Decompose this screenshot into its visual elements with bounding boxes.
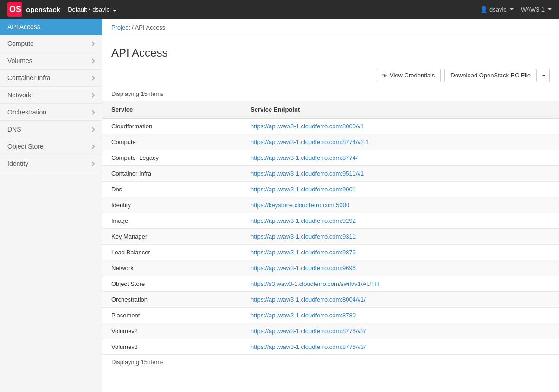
table-row: Computehttps://api.waw3-1.cloudferro.com… bbox=[102, 134, 559, 150]
page-title: API Access bbox=[111, 46, 550, 59]
table-cell-endpoint: https://api.waw3-1.cloudferro.com:9511/v… bbox=[241, 166, 559, 182]
chevron-right-icon bbox=[90, 161, 95, 166]
table-cell-endpoint: https://api.waw3-1.cloudferro.com:9876 bbox=[241, 245, 559, 260]
table-cell-service: Compute_Legacy bbox=[102, 150, 241, 166]
endpoint-link[interactable]: https://api.waw3-1.cloudferro.com:9311 bbox=[251, 233, 356, 240]
endpoint-link[interactable]: https://api.waw3-1.cloudferro.com:8774/v… bbox=[251, 139, 369, 145]
endpoint-link[interactable]: https://api.waw3-1.cloudferro.com:9001 bbox=[251, 186, 356, 193]
table-row: Compute_Legacyhttps://api.waw3-1.cloudfe… bbox=[102, 150, 559, 166]
navbar-user-label: dsavic bbox=[92, 6, 109, 13]
table-row: Container Infrahttps://api.waw3-1.cloudf… bbox=[102, 166, 559, 182]
navbar-user-menu[interactable]: 👤 dsavic bbox=[480, 6, 514, 13]
api-access-table: Service Service Endpoint Cloudformationh… bbox=[102, 101, 559, 355]
table-cell-service: Placement bbox=[102, 308, 241, 323]
endpoint-link[interactable]: https://s3.waw3-1.cloudferro.com/swift/v… bbox=[251, 280, 382, 287]
endpoint-link[interactable]: https://api.waw3-1.cloudferro.com:9292 bbox=[251, 217, 356, 224]
main-container: API Access Compute Volumes Container Inf… bbox=[0, 19, 559, 392]
table-cell-endpoint: https://api.waw3-1.cloudferro.com:9001 bbox=[241, 182, 559, 197]
chevron-right-icon bbox=[90, 110, 95, 114]
sidebar-item-identity[interactable]: Identity bbox=[0, 155, 102, 172]
sidebar-item-volumes[interactable]: Volumes bbox=[0, 52, 102, 70]
navbar-user-right-label: dsavic bbox=[489, 6, 507, 13]
chevron-right-icon bbox=[90, 144, 95, 149]
table-row: Volumev2https://api.waw3-1.cloudferro.co… bbox=[102, 323, 559, 339]
breadcrumb: Project / API Access bbox=[102, 19, 559, 37]
endpoint-link[interactable]: https://api.waw3-1.cloudferro.com:9876 bbox=[251, 249, 356, 256]
breadcrumb-current: API Access bbox=[135, 24, 166, 31]
table-cell-service: Volumev2 bbox=[102, 323, 241, 339]
table-cell-endpoint: https://api.waw3-1.cloudferro.com:8776/v… bbox=[241, 339, 559, 355]
table-row: Identityhttps://keystone.cloudferro.com:… bbox=[102, 197, 559, 213]
navbar-region-menu[interactable]: WAW3-1 bbox=[521, 6, 552, 13]
sidebar-item-network[interactable]: Network bbox=[0, 87, 102, 104]
table-cell-endpoint: https://keystone.cloudferro.com:5000 bbox=[241, 197, 559, 213]
table-row: Orchestrationhttps://api.waw3-1.cloudfer… bbox=[102, 292, 559, 308]
eye-icon: 👁 bbox=[382, 72, 387, 79]
table-row: Key Managerhttps://api.waw3-1.cloudferro… bbox=[102, 229, 559, 245]
table-cell-endpoint: https://api.waw3-1.cloudferro.com:8774/v… bbox=[241, 134, 559, 150]
table-row: Networkhttps://api.waw3-1.cloudferro.com… bbox=[102, 260, 559, 276]
navbar-dot: • bbox=[89, 6, 92, 13]
sidebar-item-api-access[interactable]: API Access bbox=[0, 19, 102, 35]
endpoint-link[interactable]: https://api.waw3-1.cloudferro.com:8774/ bbox=[251, 154, 358, 161]
view-credentials-button[interactable]: 👁 View Credentials bbox=[376, 69, 441, 82]
table-cell-service: Compute bbox=[102, 134, 241, 150]
endpoint-link[interactable]: https://api.waw3-1.cloudferro.com:8780 bbox=[251, 312, 356, 319]
chevron-right-icon bbox=[90, 76, 95, 80]
page-header: API Access bbox=[102, 37, 559, 64]
user-caret-icon bbox=[510, 8, 514, 10]
table-cell-service: Cloudformation bbox=[102, 118, 241, 134]
table-cell-endpoint: https://api.waw3-1.cloudferro.com:9311 bbox=[241, 229, 559, 245]
endpoint-link[interactable]: https://api.waw3-1.cloudferro.com:8004/v… bbox=[251, 296, 366, 303]
table-cell-service: Object Store bbox=[102, 276, 241, 292]
table-row: Placementhttps://api.waw3-1.cloudferro.c… bbox=[102, 308, 559, 323]
main-content: Project / API Access API Access 👁 View C… bbox=[102, 19, 559, 392]
table-cell-service: Image bbox=[102, 213, 241, 229]
table-cell-service: Volumev3 bbox=[102, 339, 241, 355]
endpoint-link[interactable]: https://api.waw3-1.cloudferro.com:8000/v… bbox=[251, 123, 364, 130]
table-row: Object Storehttps://s3.waw3-1.cloudferro… bbox=[102, 276, 559, 292]
region-caret-icon bbox=[548, 8, 552, 10]
endpoint-link[interactable]: https://api.waw3-1.cloudferro.com:8776/v… bbox=[251, 343, 366, 350]
table-cell-endpoint: https://api.waw3-1.cloudferro.com:8000/v… bbox=[241, 118, 559, 134]
sidebar: API Access Compute Volumes Container Inf… bbox=[0, 19, 102, 392]
table-row: Load Balancerhttps://api.waw3-1.cloudfer… bbox=[102, 245, 559, 260]
endpoint-link[interactable]: https://keystone.cloudferro.com:5000 bbox=[251, 202, 349, 209]
table-row: Cloudformationhttps://api.waw3-1.cloudfe… bbox=[102, 118, 559, 134]
navbar-right: 👤 dsavic WAW3-1 bbox=[480, 6, 552, 13]
table-cell-service: Identity bbox=[102, 197, 241, 213]
brand-name: openstack bbox=[26, 6, 60, 13]
download-caret-icon bbox=[542, 75, 546, 76]
table-cell-endpoint: https://api.waw3-1.cloudferro.com:8004/v… bbox=[241, 292, 559, 308]
chevron-right-icon bbox=[90, 127, 95, 132]
sidebar-item-container-infra[interactable]: Container Infra bbox=[0, 70, 102, 87]
top-navbar: OS openstack Default • dsavic 👤 dsavic W… bbox=[0, 0, 559, 19]
table-row: Imagehttps://api.waw3-1.cloudferro.com:9… bbox=[102, 213, 559, 229]
chevron-right-icon bbox=[90, 41, 95, 46]
table-row: Dnshttps://api.waw3-1.cloudferro.com:900… bbox=[102, 182, 559, 197]
download-rc-button[interactable]: Download OpenStack RC File bbox=[444, 69, 537, 82]
table-cell-service: Key Manager bbox=[102, 229, 241, 245]
navbar-project-info[interactable]: Default • dsavic bbox=[68, 6, 116, 13]
download-rc-dropdown-button[interactable] bbox=[537, 69, 550, 82]
sidebar-item-object-store[interactable]: Object Store bbox=[0, 138, 102, 155]
endpoint-link[interactable]: https://api.waw3-1.cloudferro.com:8776/v… bbox=[251, 328, 366, 335]
breadcrumb-separator: / bbox=[132, 24, 134, 31]
table-cell-endpoint: https://api.waw3-1.cloudferro.com:8776/v… bbox=[241, 323, 559, 339]
endpoint-link[interactable]: https://api.waw3-1.cloudferro.com:9511/v… bbox=[251, 170, 364, 177]
toolbar: 👁 View Credentials Download OpenStack RC… bbox=[102, 64, 559, 87]
table-row: Volumev3https://api.waw3-1.cloudferro.co… bbox=[102, 339, 559, 355]
navbar-brand[interactable]: OS openstack bbox=[7, 2, 60, 17]
sidebar-item-dns[interactable]: DNS bbox=[0, 121, 102, 138]
breadcrumb-parent-link[interactable]: Project bbox=[111, 24, 130, 31]
chevron-right-icon bbox=[90, 93, 95, 97]
navbar-left: OS openstack Default • dsavic bbox=[7, 2, 116, 17]
endpoint-link[interactable]: https://api.waw3-1.cloudferro.com:9696 bbox=[251, 265, 356, 272]
table-cell-endpoint: https://s3.waw3-1.cloudferro.com/swift/v… bbox=[241, 276, 559, 292]
sidebar-item-orchestration[interactable]: Orchestration bbox=[0, 104, 102, 121]
table-cell-service: Dns bbox=[102, 182, 241, 197]
svg-text:OS: OS bbox=[9, 5, 21, 14]
sidebar-item-compute[interactable]: Compute bbox=[0, 35, 102, 52]
table-cell-endpoint: https://api.waw3-1.cloudferro.com:9292 bbox=[241, 213, 559, 229]
openstack-logo-icon: OS bbox=[7, 2, 22, 17]
